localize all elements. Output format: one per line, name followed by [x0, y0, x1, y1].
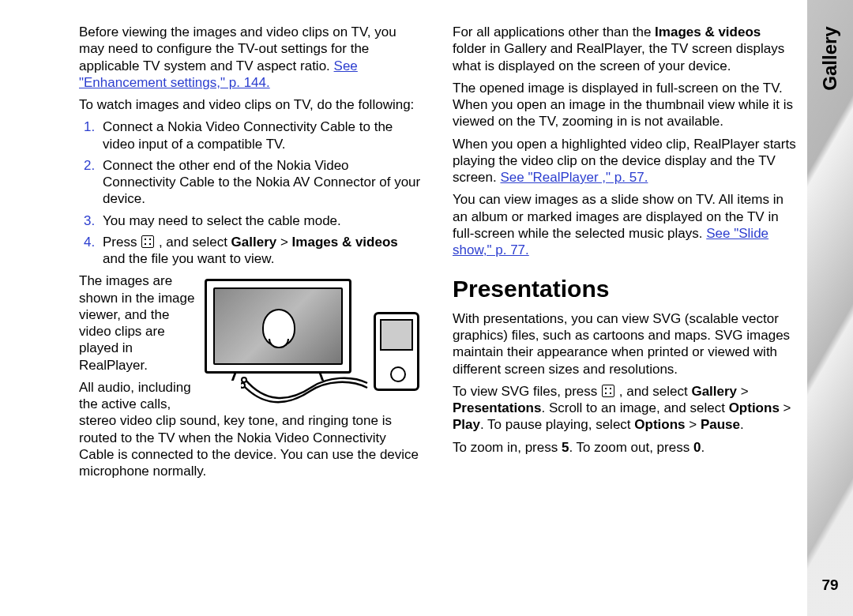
page-number: 79 — [821, 577, 838, 594]
para-watch-intro: To watch images and video clips on TV, d… — [79, 96, 423, 113]
para-zoom: To zoom in, press 5. To zoom out, press … — [453, 439, 796, 456]
left-column: Before viewing the images and video clip… — [79, 24, 423, 600]
svg-point-1 — [241, 383, 245, 388]
link-realplayer[interactable]: See "RealPlayer ," p. 57. — [500, 170, 648, 185]
menu-key-icon — [602, 385, 614, 397]
cable-icon — [241, 375, 371, 405]
steps-list: Connect a Nokia Video Connectivity Cable… — [79, 118, 423, 267]
step-3: You may need to select the cable mode. — [103, 212, 423, 229]
heading-presentations: Presentations — [453, 274, 796, 304]
phone-icon — [374, 312, 419, 391]
image-text-block: The images are shown in the image viewer… — [79, 272, 423, 485]
step-2: Connect the other end of the Nokia Video… — [103, 157, 423, 208]
tv-icon — [205, 279, 351, 374]
para-svg-view: To view SVG files, press , and select Ga… — [453, 383, 796, 434]
para-other-apps: For all applications other than the Imag… — [453, 24, 796, 74]
para-tvout: Before viewing the images and video clip… — [79, 24, 423, 91]
svg-point-0 — [242, 377, 246, 382]
tv-cable-illustration — [201, 274, 423, 404]
para-fullscreen: The opened image is displayed in full-sc… — [453, 80, 796, 130]
step-4: Press , and select Gallery > Images & vi… — [103, 234, 423, 268]
para-slideshow: You can view images as a slide show on T… — [453, 191, 796, 258]
step-1: Connect a Nokia Video Connectivity Cable… — [103, 118, 423, 152]
section-label: Gallery — [819, 26, 841, 90]
manual-page: Before viewing the images and video clip… — [0, 0, 853, 616]
right-column: For all applications other than the Imag… — [453, 24, 796, 600]
para-svg-intro: With presentations, you can view SVG (sc… — [453, 310, 796, 377]
menu-key-icon — [141, 235, 154, 248]
para-realplayer: When you open a highlighted video clip, … — [453, 136, 796, 186]
side-tab: Gallery 79 — [807, 0, 853, 616]
